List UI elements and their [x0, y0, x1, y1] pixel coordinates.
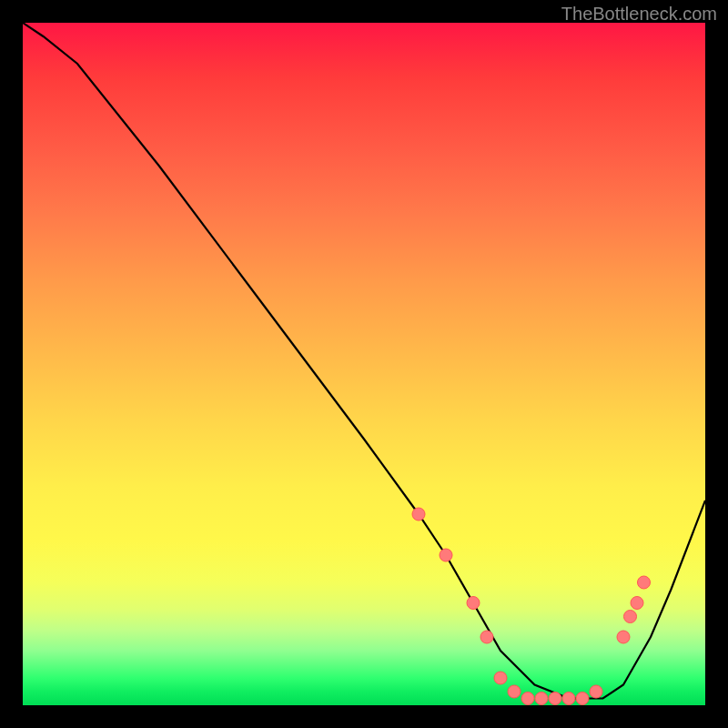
curve-marker: [624, 611, 637, 623]
curve-marker: [562, 693, 575, 705]
curve-marker: [535, 693, 548, 705]
curve-marker: [521, 693, 534, 705]
curve-marker: [412, 508, 425, 521]
curve-marker: [480, 631, 493, 643]
curve-marker: [631, 597, 643, 610]
curve-marker: [494, 672, 507, 684]
curve-marker: [508, 685, 521, 698]
curve-marker: [590, 685, 602, 698]
chart-plot-area: [23, 23, 705, 705]
curve-marker: [638, 576, 651, 589]
curve-marker: [467, 597, 480, 610]
curve-marker: [576, 693, 589, 705]
watermark-text: TheBottleneck.com: [561, 4, 717, 25]
bottleneck-curve-svg: [23, 23, 705, 705]
curve-marker: [549, 693, 561, 705]
bottleneck-curve-path: [23, 23, 705, 699]
curve-marker: [617, 631, 630, 643]
curve-marker: [440, 549, 452, 561]
curve-markers: [412, 508, 651, 705]
